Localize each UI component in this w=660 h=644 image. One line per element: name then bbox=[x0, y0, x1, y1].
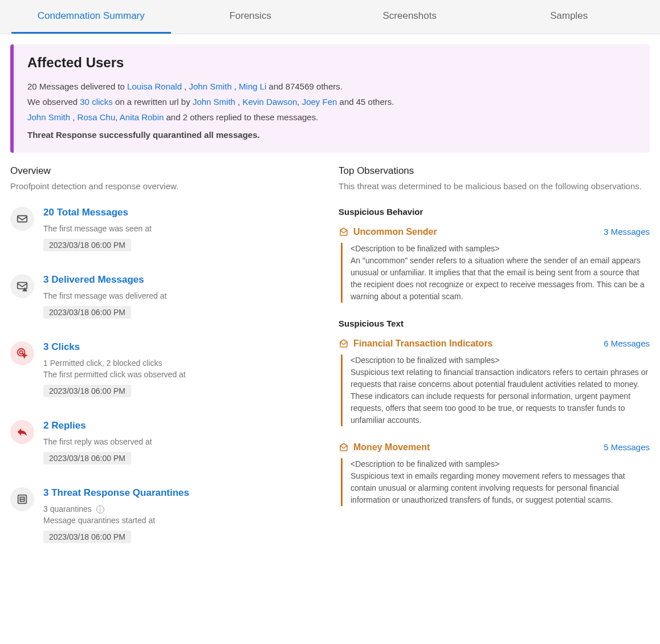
timeline-date: 2023/03/18 06:00 PM bbox=[43, 385, 131, 397]
timeline-heading[interactable]: 3 Threat Response Quarantines bbox=[43, 487, 321, 499]
timeline-date: 2023/03/18 06:00 PM bbox=[43, 452, 131, 464]
timeline-detail: 1 Permitted click, 2 blocked clicks bbox=[43, 358, 321, 368]
affected-users-panel: Affected Users 20 Messages delivered to … bbox=[10, 44, 650, 153]
content-area: Affected Users 20 Messages delivered to … bbox=[0, 34, 660, 583]
timeline-detail: The first reply was observed at bbox=[43, 437, 321, 446]
user-link[interactable]: Ming Li bbox=[239, 81, 266, 91]
timeline-detail: The first message was seen at bbox=[43, 224, 321, 233]
info-icon[interactable]: i bbox=[96, 506, 104, 513]
timeline-heading[interactable]: 3 Delivered Messages bbox=[43, 274, 321, 286]
tabs-bar: Condemnation Summary Forensics Screensho… bbox=[0, 0, 660, 34]
timeline-heading[interactable]: 20 Total Messages bbox=[43, 207, 321, 218]
affected-line-clicks: We observed 30 clicks on a rewritten url… bbox=[27, 94, 636, 109]
observations-subtitle: This threat was determined to be malicio… bbox=[339, 180, 650, 193]
mail-open-icon bbox=[339, 442, 349, 453]
timeline-detail: 3 quarantines i bbox=[43, 504, 321, 514]
clicks-link[interactable]: 30 clicks bbox=[80, 97, 113, 107]
svg-rect-1 bbox=[18, 282, 27, 288]
timeline-item-delivered: 3 Delivered Messages The first message w… bbox=[10, 274, 321, 319]
obs-group-suspicious-behavior: Suspicious Behavior bbox=[339, 207, 650, 217]
obs-count-link[interactable]: 6 Messages bbox=[604, 339, 650, 348]
tab-samples[interactable]: Samples bbox=[490, 0, 649, 34]
mail-open-icon bbox=[339, 339, 349, 349]
user-link[interactable]: Rosa Chu bbox=[78, 112, 116, 122]
user-link[interactable]: John Smith bbox=[27, 112, 70, 122]
obs-description: <Description to be finalized with sample… bbox=[341, 243, 650, 303]
overview-subtitle: Proofpoint detection and response overvi… bbox=[10, 180, 321, 193]
envelope-warning-icon bbox=[10, 274, 34, 298]
svg-rect-0 bbox=[18, 215, 27, 222]
user-link[interactable]: Louisa Ronald bbox=[127, 81, 182, 91]
timeline-detail: The first message was delivered at bbox=[43, 291, 321, 300]
tab-screenshots[interactable]: Screenshots bbox=[330, 0, 490, 34]
user-link[interactable]: John Smith bbox=[193, 97, 235, 107]
timeline-item-quarantines: 3 Threat Response Quarantines 3 quaranti… bbox=[10, 487, 321, 544]
observations-column: Top Observations This threat was determi… bbox=[339, 165, 650, 566]
obs-group-suspicious-text: Suspicious Text bbox=[339, 319, 650, 328]
affected-line-replies: John Smith , Rosa Chu, Anita Robin and 2… bbox=[27, 109, 636, 125]
timeline-item-total-messages: 20 Total Messages The first message was … bbox=[10, 207, 321, 251]
obs-count-link[interactable]: 3 Messages bbox=[604, 227, 650, 237]
obs-name: Uncommon Sender bbox=[339, 227, 437, 237]
obs-description: <Description to be finalized with sample… bbox=[341, 354, 650, 426]
tab-condemnation-summary[interactable]: Condemnation Summary bbox=[11, 0, 171, 34]
observations-title: Top Observations bbox=[339, 165, 650, 177]
tab-forensics[interactable]: Forensics bbox=[171, 0, 331, 34]
mail-open-icon bbox=[339, 227, 349, 237]
timeline-item-clicks: 3 Clicks 1 Permitted click, 2 blocked cl… bbox=[10, 341, 321, 397]
obs-name: Money Movement bbox=[339, 442, 430, 453]
user-link[interactable]: Anita Robin bbox=[120, 112, 164, 122]
timeline-date: 2023/03/18 06:00 PM bbox=[43, 306, 131, 319]
user-link[interactable]: Kevin Dawson bbox=[242, 97, 297, 107]
timeline-detail: The first permitted click was observed a… bbox=[43, 370, 321, 379]
obs-item-uncommon-sender: Uncommon Sender 3 Messages <Description … bbox=[339, 227, 650, 303]
user-link[interactable]: John Smith bbox=[189, 81, 232, 91]
timeline-date: 2023/03/18 06:00 PM bbox=[43, 531, 131, 543]
overview-title: Overview bbox=[10, 165, 321, 177]
click-target-icon bbox=[10, 341, 34, 365]
timeline-heading[interactable]: 3 Clicks bbox=[43, 341, 321, 353]
obs-name: Financial Transaction Indicators bbox=[339, 339, 493, 349]
overview-column: Overview Proofpoint detection and respon… bbox=[10, 165, 321, 566]
reply-icon bbox=[10, 420, 34, 444]
obs-item-financial-indicators: Financial Transaction Indicators 6 Messa… bbox=[339, 339, 650, 426]
timeline-date: 2023/03/18 06:00 PM bbox=[43, 239, 131, 251]
quarantine-icon bbox=[10, 487, 34, 511]
obs-count-link[interactable]: 5 Messages bbox=[604, 442, 650, 452]
obs-item-money-movement: Money Movement 5 Messages <Description t… bbox=[339, 442, 650, 506]
user-link[interactable]: Joey Fen bbox=[302, 97, 337, 107]
envelope-icon bbox=[10, 207, 34, 231]
timeline-detail: Message quarantines started at bbox=[43, 516, 321, 525]
timeline-item-replies: 2 Replies The first reply was observed a… bbox=[10, 420, 321, 464]
affected-line-quarantine: Threat Response successfully quarantined… bbox=[27, 127, 636, 142]
obs-description: <Description to be finalized with sample… bbox=[341, 458, 650, 506]
affected-line-delivered: 20 Messages delivered to Louisa Ronald ,… bbox=[27, 79, 636, 94]
timeline-heading[interactable]: 2 Replies bbox=[43, 420, 321, 431]
affected-users-title: Affected Users bbox=[27, 55, 636, 71]
